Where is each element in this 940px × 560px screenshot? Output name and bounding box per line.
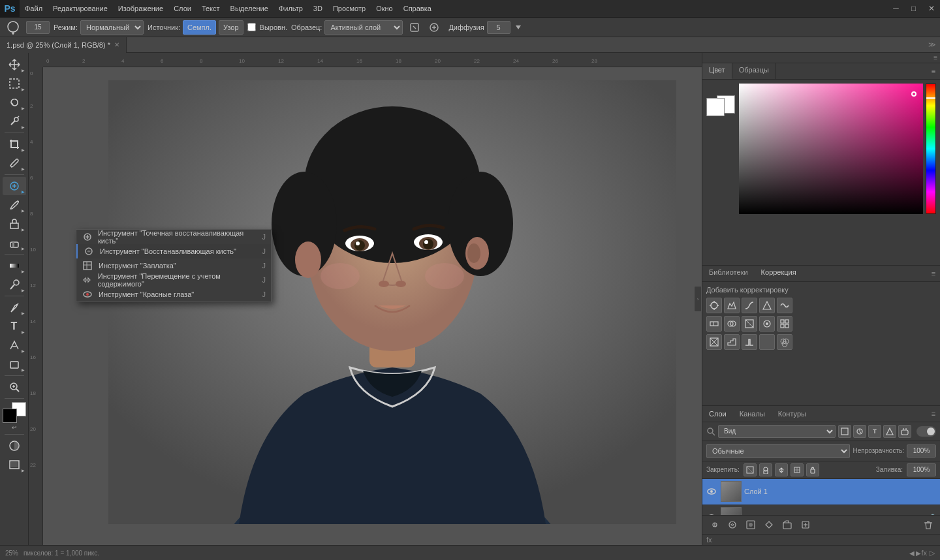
filter-shape-icon[interactable] [883,425,896,438]
layer-visibility-1[interactable] [705,485,718,498]
tool-stamp[interactable]: ▶ [3,215,26,233]
opacity-input[interactable] [907,444,936,458]
menu-help[interactable]: Справка [398,0,437,17]
corr-icon-selective-color[interactable] [777,334,792,350]
minimize-button[interactable]: ─ [887,0,905,18]
corr-icon-channel-mixer[interactable] [777,316,792,332]
menu-filter[interactable]: Фильтр [274,0,308,17]
new-group-button[interactable] [779,518,795,531]
tab-close-button[interactable]: ✕ [114,41,119,48]
tool-lasso[interactable]: ▶ [3,93,26,112]
layer-filter-toggle[interactable] [916,426,936,437]
menu-view[interactable]: Просмотр [328,0,371,17]
corr-icon-invert[interactable] [706,334,722,350]
lock-transparent-icon[interactable] [744,463,757,476]
add-mask-button[interactable] [743,518,759,531]
lock-all-icon[interactable] [806,463,819,476]
correction-menu[interactable]: ≡ [927,266,940,281]
tool-brush[interactable]: ▶ [3,196,26,214]
blend-mode-select[interactable]: Обычные [706,444,850,458]
corr-icon-hsl[interactable] [706,316,722,332]
menu-file[interactable]: Файл [20,0,48,17]
menu-window[interactable]: Окно [371,0,398,17]
ctx-red-eye[interactable]: Инструмент "Красные глаза" J [76,287,271,302]
lock-pixels-icon[interactable] [759,463,772,476]
menu-text[interactable]: Текст [196,0,225,17]
document-tab[interactable]: 1.psd @ 25% (Слой 1, RGB/8) * ✕ [0,37,127,53]
tool-marquee[interactable]: ▶ [3,74,26,93]
tab-color[interactable]: Цвет [702,63,732,79]
corr-icon-threshold[interactable] [742,334,757,350]
tool-eraser[interactable]: ▶ [3,234,26,252]
ctx-spot-healing[interactable]: Инструмент "Точечная восстанавливающая к… [76,230,271,244]
new-layer-button[interactable] [798,518,813,531]
fill-input[interactable] [907,463,936,476]
link-layers-button[interactable] [706,518,722,531]
menu-layers[interactable]: Слои [168,0,196,17]
menu-3d[interactable]: 3D [308,0,328,17]
filter-type-icon[interactable]: T [868,425,881,438]
collapse-right-icon[interactable]: › [694,286,702,312]
corr-icon-gradient-map[interactable] [759,334,775,350]
ctx-patch[interactable]: Инструмент "Заплатка" J [76,258,271,273]
tool-screen-mode[interactable]: ▶ [3,456,26,474]
sample-all-layers-icon[interactable] [407,20,422,35]
lock-position-icon[interactable] [775,463,788,476]
layer-row-background[interactable]: Фон 🔒 [702,505,940,516]
tool-magic-wand[interactable]: ▶ [3,112,26,131]
tab-swatches[interactable]: Образцы [732,63,776,79]
tool-healing[interactable]: ▶ [3,177,26,195]
close-button[interactable]: ✕ [922,0,940,18]
tool-dodge[interactable]: ▶ [3,275,26,294]
tool-crop[interactable]: ▶ [3,135,26,153]
corr-icon-curves[interactable] [742,298,757,313]
pattern-button[interactable]: Узор [219,20,243,35]
menu-edit[interactable]: Редактирование [48,0,113,17]
filter-pixel-icon[interactable] [838,425,851,438]
corr-icon-brightness[interactable] [706,298,722,313]
corr-icon-levels[interactable] [724,298,740,313]
sample-button[interactable]: Семпл. [183,20,216,35]
tab-expand-button[interactable]: ≫ [924,37,940,53]
tab-layers[interactable]: Слои [702,407,733,420]
tool-eyedropper[interactable]: ▶ [3,154,26,172]
satval-picker[interactable] [739,84,923,214]
layers-panel-menu[interactable]: ≡ [927,406,940,422]
tab-libraries[interactable]: Библиотеки [702,266,755,281]
fg-swatch[interactable] [706,98,725,116]
tool-gradient[interactable]: ▶ [3,257,26,275]
corr-icon-posterize[interactable] [724,334,740,350]
foreground-color-swatch[interactable] [3,409,17,423]
next-frame-button[interactable]: ▶ [916,550,921,557]
ctx-content-aware-move[interactable]: Инструмент "Перемещение с учетом содержи… [76,273,271,287]
ctx-healing-brush[interactable]: Инструмент "Восстанавливающая кисть" J [76,244,271,258]
lock-artboard-icon[interactable] [791,463,804,476]
corr-icon-vibrance[interactable] [777,298,792,313]
corr-icon-color-balance[interactable] [724,316,740,332]
diffusion-input[interactable] [487,21,510,34]
collapse-panel-right[interactable]: › [694,286,702,312]
maximize-button[interactable]: □ [905,0,922,18]
reset-colors-icon[interactable]: ↩ [12,424,17,431]
add-style-button[interactable] [725,518,740,531]
tool-path-select[interactable]: ▶ [3,336,26,354]
layer-row-layer1[interactable]: Слой 1 [702,479,940,505]
brush-size-input[interactable]: 15 [26,21,50,34]
tool-type[interactable]: T ▶ [3,317,26,335]
corr-icon-exposure[interactable] [759,298,775,313]
layer-kind-filter[interactable]: Вид [718,425,836,438]
tool-zoom[interactable] [3,378,26,396]
aligned-checkbox[interactable] [247,23,256,31]
sample-select[interactable]: Активный слой [324,20,403,35]
tool-quick-mask[interactable] [3,437,26,455]
heal-icon[interactable] [426,20,442,35]
mode-select[interactable]: Нормальный [80,20,144,35]
panel-menu-icon[interactable]: ≡ [933,54,937,61]
menu-image[interactable]: Изображение [113,0,168,17]
corr-icon-bw[interactable] [742,316,757,332]
tool-shape[interactable]: ▶ [3,355,26,373]
canvas-image[interactable] [108,80,676,524]
prev-frame-button[interactable]: ◀ [909,550,915,557]
filter-adjustment-icon[interactable] [853,425,866,438]
tab-correction[interactable]: Коррекция [755,266,803,281]
